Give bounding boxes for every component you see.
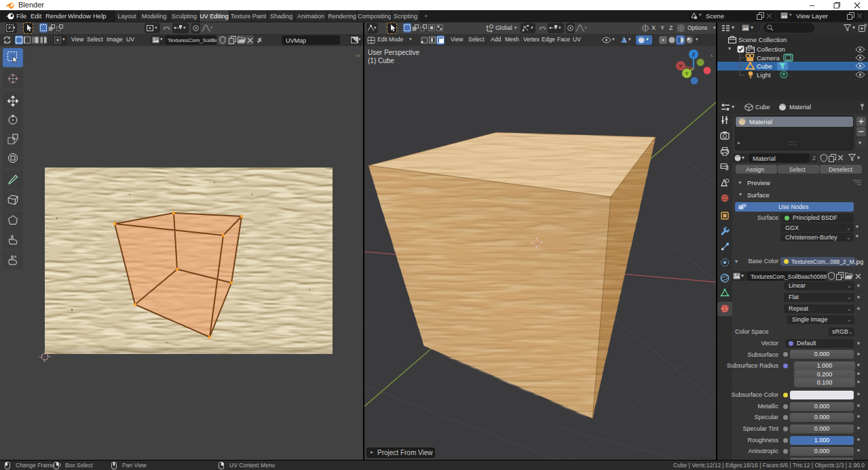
svg-text:X: X bbox=[679, 63, 683, 69]
svg-text:Z: Z bbox=[692, 52, 696, 58]
svg-text:Y: Y bbox=[685, 71, 689, 77]
